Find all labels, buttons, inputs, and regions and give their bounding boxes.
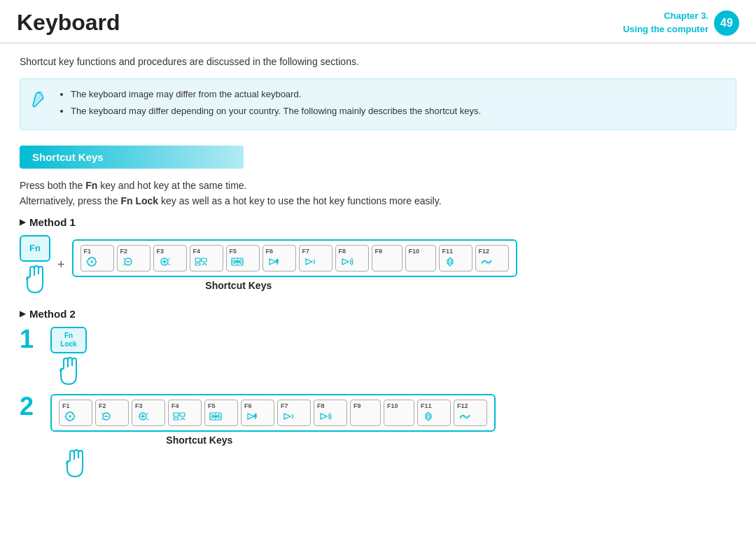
fkey-f1: F1 bbox=[80, 245, 114, 271]
svg-rect-5 bbox=[195, 263, 200, 265]
method2-step2: 2 F1F2F3F4F5F6F7F8F9F10F11F12 Shortcut K… bbox=[20, 394, 736, 446]
fkey-f3: F3 bbox=[153, 245, 187, 271]
plus-sign-method1: + bbox=[57, 258, 65, 272]
fkey-f7: F7 bbox=[277, 400, 311, 426]
svg-rect-4 bbox=[202, 258, 206, 262]
fkey-f4: F4 bbox=[168, 400, 202, 426]
fkey-f5: F5 bbox=[226, 245, 260, 271]
fkey-icon-f6 bbox=[244, 411, 260, 424]
fkey-icon-f5 bbox=[230, 256, 245, 269]
page: Keyboard Chapter 3. Using the computer 4… bbox=[0, 0, 756, 492]
method2-heading: Method 2 bbox=[20, 308, 736, 320]
method1-heading: Method 1 bbox=[20, 216, 736, 228]
hand-step2-row bbox=[20, 447, 736, 479]
fkey-icon-f1 bbox=[84, 256, 99, 269]
header-right: Chapter 3. Using the computer 49 bbox=[623, 10, 739, 35]
fkey-f10: F10 bbox=[384, 400, 414, 426]
note-list: The keyboard image may differ from the a… bbox=[58, 87, 481, 119]
fkey-icon-f7 bbox=[302, 256, 318, 269]
fkey-icon-f7 bbox=[281, 411, 296, 424]
desc2: Alternatively, press the Fn Lock key as … bbox=[20, 195, 736, 206]
fkey-icon-f11 bbox=[421, 411, 436, 424]
svg-rect-3 bbox=[195, 258, 200, 262]
fkey-f9: F9 bbox=[350, 400, 381, 426]
fnlock-bold: Fn Lock bbox=[120, 195, 158, 206]
note-icon bbox=[29, 89, 51, 111]
shortcut-label-method1: Shortcut Keys bbox=[72, 280, 272, 291]
fkey-f11: F11 bbox=[417, 400, 451, 426]
fkey-f9: F9 bbox=[372, 245, 402, 271]
note-content: The keyboard image may differ from the a… bbox=[58, 87, 481, 121]
fkey-f4: F4 bbox=[190, 245, 223, 271]
fkey-icon-f11 bbox=[442, 256, 458, 269]
content: Shortcut key functions and procedures ar… bbox=[0, 43, 756, 492]
fkey-icon-f3 bbox=[135, 411, 150, 424]
chapter-line1: Chapter 3. bbox=[623, 10, 708, 22]
fnlock-key: Fn Lock bbox=[50, 327, 87, 353]
intro-text: Shortcut key functions and procedures ar… bbox=[20, 56, 736, 67]
fn-key: Fn bbox=[20, 235, 50, 262]
page-title: Keyboard bbox=[17, 10, 120, 36]
header: Keyboard Chapter 3. Using the computer 4… bbox=[0, 0, 756, 43]
section-heading: Shortcut Keys bbox=[20, 146, 244, 169]
fkey-icon-f12 bbox=[457, 411, 472, 424]
chapter-info: Chapter 3. Using the computer bbox=[623, 10, 708, 35]
fkey-icon-f6 bbox=[266, 256, 281, 269]
fkey-icon-f4 bbox=[172, 411, 187, 424]
fkey-icon-f3 bbox=[157, 256, 172, 269]
fkey-f2: F2 bbox=[95, 400, 129, 426]
fkey-f12: F12 bbox=[475, 245, 509, 271]
fkey-f10: F10 bbox=[405, 245, 436, 271]
fkey-f2: F2 bbox=[117, 245, 150, 271]
fkey-icon-f4 bbox=[193, 256, 209, 269]
chapter-line2: Using the computer bbox=[623, 23, 708, 36]
fkey-icon-f1 bbox=[62, 411, 78, 424]
method1-demo: Fn + F1F2F3F4F5F6F7F8F9F10F11F12 Shortcu… bbox=[20, 235, 736, 295]
note-item-2: The keyboard may differ depending on you… bbox=[71, 104, 481, 119]
shortcut-label-method2: Shortcut Keys bbox=[50, 435, 232, 446]
fkey-icon-f2 bbox=[99, 411, 114, 424]
fkeys-box-method2: F1F2F3F4F5F6F7F8F9F10F11F12 bbox=[50, 394, 496, 432]
hand-icon-step2 bbox=[62, 447, 88, 479]
fkey-f3: F3 bbox=[132, 400, 165, 426]
fkey-f6: F6 bbox=[241, 400, 274, 426]
page-badge: 49 bbox=[714, 10, 739, 36]
note-box: The keyboard image may differ from the a… bbox=[20, 78, 736, 130]
step1-number: 1 bbox=[20, 327, 39, 352]
svg-rect-21 bbox=[174, 418, 178, 420]
fkey-f11: F11 bbox=[439, 245, 472, 271]
fkeys-box-method1: F1F2F3F4F5F6F7F8F9F10F11F12 bbox=[72, 239, 517, 277]
fkey-f6: F6 bbox=[262, 245, 296, 271]
hand-icon-step1 bbox=[55, 355, 82, 387]
hand-icon-method1 bbox=[22, 263, 48, 295]
fkey-icon-f12 bbox=[479, 256, 494, 269]
desc1: Press both the Fn key and hot key at the… bbox=[20, 180, 736, 191]
note-item-1: The keyboard image may differ from the a… bbox=[71, 87, 481, 102]
fkey-f8: F8 bbox=[335, 245, 369, 271]
step2-number: 2 bbox=[20, 394, 39, 419]
svg-rect-20 bbox=[180, 413, 185, 416]
fkey-f5: F5 bbox=[204, 400, 238, 426]
fkey-icon-f2 bbox=[120, 256, 136, 269]
fkey-f8: F8 bbox=[314, 400, 347, 426]
fkey-f1: F1 bbox=[59, 400, 92, 426]
fkey-icon-f5 bbox=[208, 411, 223, 424]
fkey-icon-f8 bbox=[317, 411, 332, 424]
fn-bold: Fn bbox=[85, 180, 97, 191]
fkey-f7: F7 bbox=[299, 245, 332, 271]
method2-step1: 1 Fn Lock bbox=[20, 327, 736, 387]
fkey-icon-f8 bbox=[339, 256, 354, 269]
fkey-f12: F12 bbox=[454, 400, 487, 426]
svg-rect-19 bbox=[174, 413, 178, 416]
